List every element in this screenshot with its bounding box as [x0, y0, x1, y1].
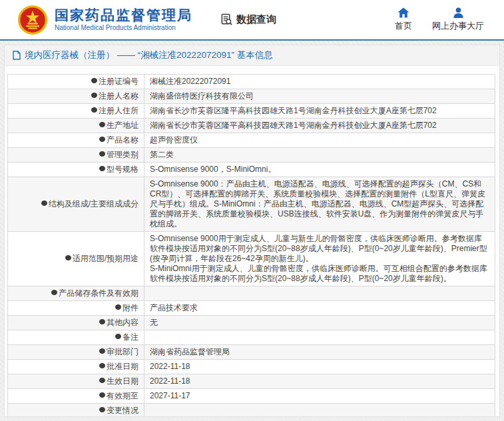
page-icon: [13, 51, 21, 60]
note-balloon-icon: [91, 78, 97, 83]
table-row: 变更情况: [8, 404, 495, 418]
row-value: 湖南省长沙市芙蓉区隆平高科技园雄天路1号湖南金丹科技创业大厦A座第七层702: [144, 119, 495, 133]
row-value: 第二类: [144, 148, 495, 163]
row-value: [144, 286, 495, 301]
row-label: 有效期至: [8, 389, 144, 404]
row-label: 注册证编号: [8, 75, 144, 89]
table-row: 注册证编号 湘械注准20222072091: [8, 75, 495, 89]
table-row: 批准日期 2022-11-18: [8, 360, 495, 374]
row-value: 湖南省长沙市芙蓉区隆平高科技园雄天路1号湖南金丹科技创业大厦A座第七层702: [144, 104, 495, 119]
row-value: 2022-11-18: [144, 360, 495, 374]
note-balloon-icon: [99, 378, 105, 383]
note-balloon-icon: [99, 348, 105, 354]
note-balloon-icon: [99, 137, 105, 142]
note-balloon-icon: [99, 319, 105, 324]
row-label: 变更情况: [8, 404, 144, 418]
row-value: S-Omnisense 9000：产品由主机、电源适配器、电源线、可选择配置的超…: [144, 177, 495, 232]
table-row: 附件 产品技术要求: [8, 301, 495, 316]
row-label: 注册人住所: [8, 104, 144, 119]
row-label: 审批部门: [8, 345, 144, 360]
table-row: 管理类别 第二类: [8, 148, 495, 163]
page-title: 境内医疗器械（注册） —— “湘械注准20222072091” 基本信息: [25, 49, 273, 61]
nav-home[interactable]: 首页: [395, 7, 412, 32]
table-row: 结构及组成/主要组成成分 S-Omnisense 9000：产品由主机、电源适配…: [8, 177, 495, 232]
table-row: 审批部门 湖南省药品监督管理局: [8, 345, 495, 360]
agency-name-en: National Medical Products Administration: [55, 23, 192, 32]
note-balloon-icon: [115, 334, 121, 339]
table-row: 型号规格 S-Omnisense 9000，S-MiniOmni。: [8, 163, 495, 177]
table-row: 生产地址 湖南省长沙市芙蓉区隆平高科技园雄天路1号湖南金丹科技创业大厦A座第七层…: [8, 119, 495, 133]
table-row: 有效期至 2027-11-17: [8, 389, 495, 404]
note-balloon-icon: [91, 107, 97, 113]
china-national-emblem-icon: [17, 5, 48, 35]
info-table-body: 注册证编号 湘械注准20222072091 注册人名称 湖南盛倍特医疗科技有限公…: [8, 75, 495, 418]
row-label: 产品名称: [8, 133, 144, 148]
document-search-icon: [220, 13, 233, 26]
row-label: 适用范围/预期用途: [8, 232, 144, 286]
nav-service-hall-label: 网上办事大厅: [432, 20, 484, 32]
row-value: S-Omnisense 9000，S-MiniOmni。: [144, 163, 495, 177]
note-balloon-icon: [65, 255, 71, 260]
row-value: 湘械注准20222072091: [144, 75, 495, 89]
table-row: 产品名称 超声骨密度仪: [8, 133, 495, 148]
content-background: 境内医疗器械（注册） —— “湘械注准20222072091” 基本信息 注册证…: [0, 41, 504, 421]
table-row: 注册人住所 湖南省长沙市芙蓉区隆平高科技园雄天路1号湖南金丹科技创业大厦A座第七…: [8, 104, 495, 119]
row-value: 超声骨密度仪: [144, 133, 495, 148]
row-value: 无: [144, 316, 495, 330]
note-balloon-icon: [99, 392, 105, 398]
row-label: 备注: [8, 330, 144, 345]
row-label: 管理类别: [8, 148, 144, 163]
agency-name-cn: 国家药品监督管理局: [55, 7, 192, 23]
row-value: 湖南省药品监督管理局: [144, 345, 495, 360]
row-value: 产品技术要求: [144, 301, 495, 316]
top-nav: 首页 网上办事大厅: [395, 7, 493, 32]
note-balloon-icon: [99, 151, 105, 157]
note-balloon-icon: [115, 304, 121, 310]
row-label: 结构及组成/主要组成成分: [8, 177, 144, 232]
header: 国家药品监督管理局 National Medical Products Admi…: [0, 0, 504, 39]
table-row: 产品储存条件及有效期: [8, 286, 495, 301]
row-label: 附件: [8, 301, 144, 316]
row-label: 批准日期: [8, 360, 144, 374]
table-row: 适用范围/预期用途 S-Omnisense 9000用于测定成人、儿童与新生儿的…: [8, 232, 495, 286]
row-label: 型号规格: [8, 163, 144, 177]
row-label: 产品储存条件及有效期: [8, 286, 144, 301]
breadcrumb: 境内医疗器械（注册） —— “湘械注准20222072091” 基本信息: [5, 45, 499, 66]
row-value: 2027-11-17: [144, 389, 495, 404]
row-label: 生产地址: [8, 119, 144, 133]
row-label: 注册人名称: [8, 89, 144, 104]
data-query-menu[interactable]: 数据查询: [220, 13, 276, 26]
note-balloon-icon: [99, 122, 105, 127]
row-value: [144, 404, 495, 418]
row-value: 湖南盛倍特医疗科技有限公司: [144, 89, 495, 104]
user-icon: [453, 7, 464, 18]
nmpa-logo: 国家药品监督管理局 National Medical Products Admi…: [17, 5, 192, 35]
table-row: 注册人名称 湖南盛倍特医疗科技有限公司: [8, 89, 495, 104]
data-query-label: 数据查询: [236, 13, 276, 26]
row-value: S-Omnisense 9000用于测定成人、儿童与新生儿的骨骼密度，供临床医师…: [144, 232, 495, 286]
table-wrapper: 注册证编号 湘械注准20222072091 注册人名称 湖南盛倍特医疗科技有限公…: [5, 66, 499, 417]
note-balloon-icon: [99, 166, 105, 171]
note-balloon-icon: [99, 363, 105, 368]
note-balloon-icon: [41, 201, 47, 206]
note-balloon-icon: [91, 93, 97, 98]
home-icon: [397, 7, 409, 18]
nav-service-hall[interactable]: 网上办事大厅: [432, 7, 484, 32]
nav-home-label: 首页: [395, 20, 412, 32]
registration-info-table: 注册证编号 湘械注准20222072091 注册人名称 湖南盛倍特医疗科技有限公…: [7, 74, 495, 417]
table-row: 生效日期 2022-11-18: [8, 374, 495, 389]
logo-text: 国家药品监督管理局 National Medical Products Admi…: [55, 7, 192, 32]
note-balloon-icon: [51, 290, 57, 295]
note-balloon-icon: [99, 407, 105, 412]
row-value: 2022-11-18: [144, 374, 495, 389]
row-label: 生效日期: [8, 374, 144, 389]
row-label: 其他内容: [8, 316, 144, 330]
table-row: 备注: [8, 330, 495, 345]
table-row: 其他内容 无: [8, 316, 495, 330]
detail-panel: 境内医疗器械（注册） —— “湘械注准20222072091” 基本信息 注册证…: [4, 45, 500, 417]
row-value: [144, 330, 495, 345]
